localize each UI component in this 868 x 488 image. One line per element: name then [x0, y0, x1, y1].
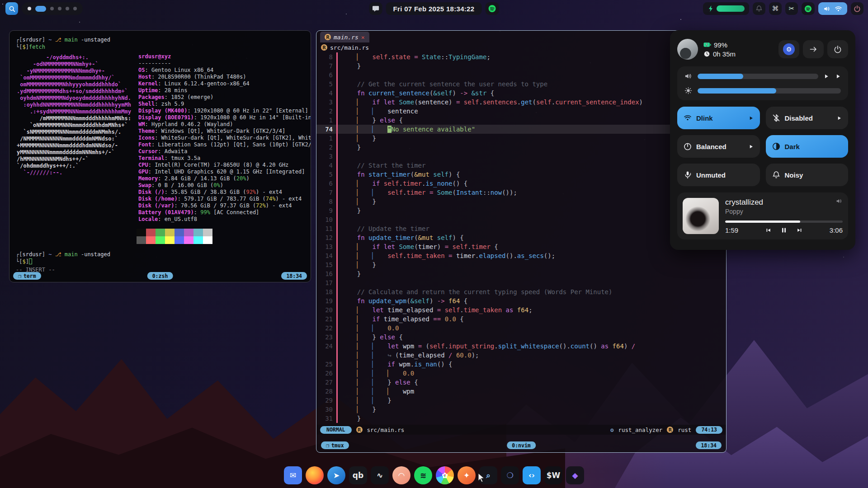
code-line[interactable]: 16 } — [316, 269, 726, 278]
code-line[interactable]: 2 ▏ ▏ sentence — [316, 107, 726, 116]
toggle-disabled[interactable]: Disabled — [766, 107, 849, 129]
neovim-window[interactable]: R main.rs × R src/main.rs 8 ▏ self.state… — [316, 30, 726, 453]
code-line[interactable]: 3 ▏ if let Some(sentence) = self.sentenc… — [316, 98, 726, 107]
code-line[interactable]: 10 — [316, 215, 726, 224]
seek-bar[interactable] — [725, 221, 843, 223]
volume-network-button[interactable] — [818, 2, 847, 15]
user-avatar[interactable] — [677, 39, 698, 60]
toggle-unmuted[interactable]: Unmuted — [677, 164, 760, 186]
code-line[interactable]: 5 fn start_timer(&mut self) { — [316, 170, 726, 179]
settings-button[interactable]: ⚙ — [778, 40, 799, 58]
workspace-indicator[interactable] — [22, 2, 83, 15]
code-line[interactable]: 6 — [316, 70, 726, 80]
workspace-dot-3[interactable] — [50, 7, 54, 10]
clock-date[interactable]: Fri 07 Feb 2025 18:34:22 — [386, 2, 482, 15]
code-line[interactable]: 17 — [316, 278, 726, 287]
code-line[interactable]: 25 ▏ ▏ if wpm.is_nan() { — [316, 360, 726, 369]
toggle-dlink[interactable]: Dlink — [677, 107, 760, 129]
dock-zen[interactable]: ✦ — [458, 466, 476, 484]
toggle-noisy[interactable]: Noisy — [766, 164, 849, 186]
code-line[interactable]: 24 ▏ ▏ let wpm = (self.input_string.spli… — [316, 342, 726, 351]
tmux-window-pill[interactable]: 0:zsh — [147, 272, 173, 280]
code-line[interactable]: 9 } — [316, 206, 726, 215]
battery-indicator[interactable] — [703, 2, 749, 15]
dock-obsidian[interactable]: ◆ — [566, 466, 584, 484]
dock-discord[interactable]: ❍ — [501, 466, 519, 484]
dock-thunderbird[interactable]: ➤ — [327, 466, 345, 484]
brightness-slider-track[interactable] — [698, 88, 841, 94]
play-chevron[interactable] — [824, 74, 829, 79]
dock-zulip[interactable]: ✉ — [284, 466, 302, 484]
speaker-icon[interactable] — [835, 198, 843, 204]
dock-gitkraken[interactable]: ∿ — [371, 466, 389, 484]
code-line[interactable]: 6 ▏ if self.timer.is_none() { — [316, 179, 726, 188]
slider-brightness[interactable] — [684, 87, 841, 94]
dock-peach[interactable]: ◠ — [392, 466, 410, 484]
code-line[interactable]: 3 — [316, 152, 726, 161]
notifications-button[interactable] — [369, 2, 382, 15]
code-line[interactable]: 26 ▏ ▏ ▏ 0.0 — [316, 369, 726, 378]
tab-main-rs[interactable]: R main.rs × — [320, 32, 369, 42]
code-line[interactable]: 8 ▏ self.state = State::TypingGame; — [316, 52, 726, 61]
dock-dollarw[interactable]: $W — [544, 466, 562, 484]
code-line[interactable]: 23 ▏ } else { — [316, 333, 726, 342]
terminal-window[interactable]: ┌[srdusr] ~ ⎇ main -unstaged └[$]fetch -… — [9, 30, 311, 282]
workspace-dot-1[interactable] — [28, 7, 31, 10]
code-line[interactable]: 28 ▏ ▏ ▏ wpm — [316, 387, 726, 396]
workspace-dot-4[interactable] — [58, 7, 61, 10]
code-line[interactable]: ▏ ▏ ↪ (time_elapsed / 60.0); — [316, 351, 726, 360]
code-line[interactable]: 1 ▏ } else { — [316, 116, 726, 125]
play-chevron[interactable] — [835, 74, 841, 79]
logout-button[interactable] — [803, 40, 824, 58]
code-line[interactable]: 4 // Start the timer — [316, 161, 726, 170]
toggle-dark[interactable]: Dark — [766, 135, 849, 158]
workspace-dot-2[interactable] — [35, 6, 46, 12]
command-menu-button[interactable]: ⌘ — [769, 2, 782, 15]
code-buffer[interactable]: 8 ▏ self.state = State::TypingGame;7 }65… — [316, 52, 726, 423]
media-indicator-button[interactable] — [485, 2, 499, 15]
workspace-dot-5[interactable] — [66, 7, 69, 10]
dock-vscode[interactable]: ‹› — [523, 466, 541, 484]
code-line[interactable]: 7 ▏ ▏ self.timer = Some(Instant::now()); — [316, 188, 726, 197]
code-line[interactable]: 21 ▏ if time_elapsed == 0.0 { — [316, 314, 726, 324]
tmux-window-pill[interactable]: 0:nvim — [507, 441, 536, 449]
code-line[interactable]: 1 ▏ } — [316, 134, 726, 143]
code-line[interactable]: 15 ▏ } — [316, 260, 726, 269]
code-line[interactable]: 12 fn update_timer(&mut self) { — [316, 233, 726, 242]
screenshot-button[interactable]: ✂ — [785, 2, 798, 15]
code-line[interactable]: 29 ▏ ▏ } — [316, 396, 726, 405]
code-line[interactable]: 30 ▏ } — [316, 405, 726, 414]
code-line[interactable]: 27 ▏ ▏ } else { — [316, 378, 726, 387]
code-line[interactable]: 4 fn current_sentence(&self) -> &str { — [316, 89, 726, 98]
tmux-session-pill[interactable]: ❐tmux — [321, 441, 349, 449]
power-button[interactable] — [851, 2, 863, 15]
code-line[interactable]: 19 fn update_wpm(&self) -> f64 { — [316, 296, 726, 305]
code-line[interactable]: 31 } — [316, 414, 726, 423]
code-line[interactable]: 5 // Get the current sentence the user n… — [316, 80, 726, 89]
volume-slider-track[interactable] — [698, 74, 818, 79]
code-line[interactable]: 14 ▏ ▏ self.time_taken = timer.elapsed()… — [316, 251, 726, 260]
spotify-tray-button[interactable] — [802, 2, 815, 15]
dock-spotify[interactable]: ≋ — [414, 466, 432, 484]
pause-icon[interactable] — [781, 227, 787, 234]
previous-track-icon[interactable] — [765, 227, 772, 233]
code-line[interactable]: 74 ▏ ▏ "No sentence available" — [316, 125, 726, 134]
shell-input-line[interactable]: └[$] — [16, 258, 110, 265]
toggle-balanced[interactable]: Balanced — [677, 135, 760, 158]
notification-bell-button[interactable] — [753, 2, 765, 15]
tmux-session-pill[interactable]: ❐term — [13, 272, 41, 280]
code-line[interactable]: 2 } — [316, 143, 726, 152]
close-icon[interactable]: × — [361, 34, 365, 41]
dock-qbittorrent[interactable]: qb — [349, 466, 367, 484]
code-line[interactable]: 11 // Update the timer — [316, 224, 726, 233]
code-line[interactable]: 20 ▏ let time_elapsed = self.time_taken … — [316, 305, 726, 314]
search-button[interactable] — [5, 2, 18, 15]
slider-volume[interactable] — [684, 72, 841, 80]
next-track-icon[interactable] — [796, 227, 803, 233]
dock-photos[interactable]: ✿ — [436, 466, 454, 484]
code-line[interactable]: 8 ▏ } — [316, 197, 726, 206]
workspace-dot-6[interactable] — [73, 7, 77, 10]
code-line[interactable]: 22 ▏ ▏ 0.0 — [316, 324, 726, 333]
code-line[interactable]: 13 ▏ if let Some(timer) = self.timer { — [316, 242, 726, 251]
power-menu-button[interactable] — [827, 40, 848, 58]
